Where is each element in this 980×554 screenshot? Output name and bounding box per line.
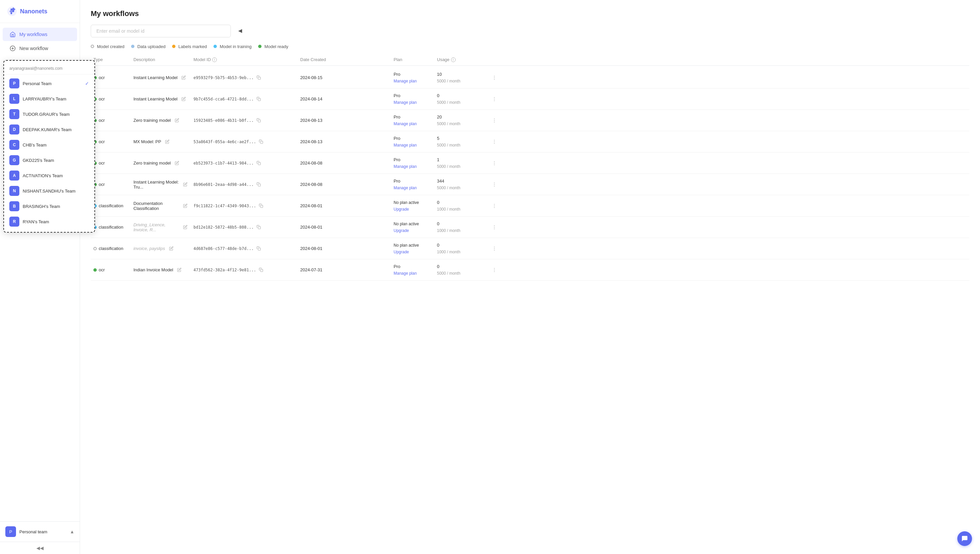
cell-plan-3: ProManage plan [391,134,434,149]
home-icon [10,31,16,38]
search-input[interactable] [91,25,231,37]
copy-model-id-button-7[interactable] [256,224,261,230]
manage-plan-link[interactable]: Manage plan [394,185,417,190]
cell-date-5: 2024-08-08 [298,180,391,188]
manage-plan-link[interactable]: Manage plan [394,164,417,169]
edit-button-6[interactable] [183,203,188,209]
copy-model-id-button-8[interactable] [256,246,261,251]
edit-button-8[interactable] [169,246,174,251]
date-text-7: 2024-08-01 [300,225,323,230]
cell-type-3: ocr [91,138,131,145]
more-options-button-0[interactable] [490,74,498,82]
dot-labels [172,45,175,48]
cell-usage-1: 0 5000 / month [434,92,488,106]
team-item-gkd[interactable]: G GKD225's Team [4,153,94,168]
cell-date-4: 2024-08-08 [298,159,391,167]
table-row: classification invoice, payslips 4d687e8… [91,238,969,259]
team-item-nishant[interactable]: N NISHANT.SANDHU's Team [4,183,94,199]
copy-model-id-button-3[interactable] [258,139,264,145]
manage-plan-link[interactable]: Manage plan [394,79,417,83]
current-team-switcher[interactable]: P Personal team ▲ [0,522,80,542]
copy-model-id-button-6[interactable] [258,203,264,209]
search-button[interactable] [234,25,246,37]
team-item-activation[interactable]: A ACTIVATION's Team [4,168,94,183]
cell-date-1: 2024-08-14 [298,95,391,103]
description-text-5: Instant Learning Model: Tru... [134,180,179,190]
table-row: ocr Zero training model eb523973-c1b7-44… [91,153,969,174]
edit-button-0[interactable] [181,75,186,80]
team-item-brasingh[interactable]: B BRASINGH's Team [4,199,94,214]
date-text-3: 2024-08-13 [300,139,323,144]
team-name-deepak: DEEPAK.KUMAR's Team [23,127,89,132]
model-id-text-2: 15923485-e086-4b31-b0f... [194,118,254,123]
svg-point-21 [494,118,495,119]
description-text-0: Instant Learning Model [134,75,177,80]
usage-limit-6: 1000 / month [437,207,460,212]
team-item-ryan[interactable]: R RYAN's Team [4,214,94,229]
team-item-deepak[interactable]: D DEEPAK.KUMAR's Team [4,122,94,137]
usage-value-9: 0 [437,264,439,269]
edit-button-7[interactable] [183,224,188,230]
chevron-up-icon: ▲ [70,529,75,534]
status-legend: Model created Data uploaded Labels marke… [91,44,969,49]
manage-plan-link[interactable]: Manage plan [394,100,417,105]
svg-point-25 [494,140,495,140]
workflows-table: Type Description Model ID i Date Created… [91,57,969,281]
edit-button-2[interactable] [174,118,180,123]
cell-model-id-9: 473fd562-382a-4f12-9e81... [191,266,298,274]
copy-model-id-button-5[interactable] [256,182,261,187]
more-options-button-5[interactable] [490,180,498,188]
edit-button-5[interactable] [183,182,188,187]
copy-model-id-button-0[interactable] [256,75,261,80]
more-options-button-1[interactable] [490,95,498,103]
team-item-larryaubry[interactable]: L LARRYAUBRY's Team [4,91,94,107]
edit-button-1[interactable] [181,96,186,102]
sidebar-collapse-button[interactable]: ◀◀ [0,542,80,554]
upgrade-link[interactable]: Upgrade [394,228,409,233]
chat-fab-button[interactable] [957,531,972,546]
more-options-button-6[interactable] [490,202,498,210]
usage-limit-4: 5000 / month [437,164,460,169]
team-item-tudor[interactable]: T TUDOR.GRAUR's Team [4,107,94,122]
sidebar-item-new-workflow[interactable]: New workflow [3,42,77,55]
cell-model-id-4: eb523973-c1b7-4413-984... [191,159,298,167]
manage-plan-link[interactable]: Manage plan [394,143,417,147]
copy-model-id-button-1[interactable] [256,96,261,102]
edit-button-9[interactable] [177,267,182,273]
cell-date-8: 2024-08-01 [298,244,391,252]
cell-actions-2 [488,115,548,126]
more-options-button-9[interactable] [490,266,498,274]
model-id-text-9: 473fd562-382a-4f12-9e81... [194,268,256,272]
svg-point-29 [494,161,495,162]
model-id-info-icon[interactable]: i [212,57,217,62]
upgrade-link[interactable]: Upgrade [394,207,409,212]
usage-info-icon[interactable]: i [451,57,456,62]
cell-model-id-7: bd12e182-5872-48b5-808... [191,223,298,231]
more-options-button-8[interactable] [490,244,498,253]
team-avatar-gkd: G [10,155,19,165]
team-item-chb[interactable]: C CHB's Team [4,137,94,153]
sidebar-bottom: P Personal team ▲ ◀◀ [0,521,80,554]
cell-date-3: 2024-08-13 [298,138,391,145]
table-row: ocr Instant Learning Model: Tru... 8b96e… [91,174,969,195]
manage-plan-link[interactable]: Manage plan [394,121,417,126]
copy-model-id-button-2[interactable] [256,118,261,123]
cell-description-3: MX Model: PP [131,137,191,146]
cell-model-id-2: 15923485-e086-4b31-b0f... [191,116,298,125]
cell-actions-9 [488,265,548,275]
edit-button-3[interactable] [164,139,170,145]
usage-value-7: 0 [437,221,439,226]
more-options-button-4[interactable] [490,159,498,167]
sidebar-item-my-workflows[interactable]: My workflows [3,28,77,41]
more-options-button-3[interactable] [490,138,498,146]
copy-model-id-button-9[interactable] [258,267,264,273]
svg-point-17 [494,97,495,98]
team-item-personal[interactable]: P Personal Team ✓ [4,76,94,91]
manage-plan-link[interactable]: Manage plan [394,271,417,276]
copy-model-id-button-4[interactable] [256,160,261,166]
upgrade-link[interactable]: Upgrade [394,250,409,254]
date-text-2: 2024-08-13 [300,118,323,123]
edit-button-4[interactable] [174,160,180,166]
more-options-button-7[interactable] [490,223,498,231]
more-options-button-2[interactable] [490,117,498,125]
